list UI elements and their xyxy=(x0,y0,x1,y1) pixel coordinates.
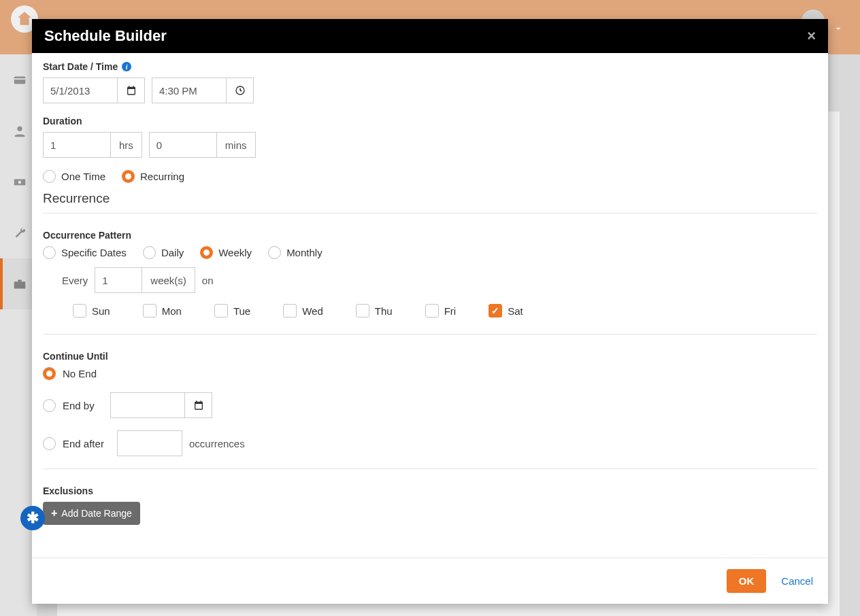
every-label: Every xyxy=(62,275,88,286)
modal-body: Start Date / Time i Duration hrs xyxy=(32,53,828,558)
day-tue-checkbox[interactable] xyxy=(214,304,228,318)
day-wed-label: Wed xyxy=(302,305,323,317)
modal-title: Schedule Builder xyxy=(44,27,167,45)
duration-hrs-input[interactable] xyxy=(43,132,111,158)
plus-icon: + xyxy=(51,507,57,519)
no-end-label: No End xyxy=(63,368,97,379)
divider xyxy=(43,334,817,335)
no-end-radio[interactable] xyxy=(43,367,56,380)
day-fri-label: Fri xyxy=(444,305,457,317)
end-after-radio[interactable] xyxy=(43,437,56,450)
start-date-time-label: Start Date / Time i xyxy=(43,61,817,72)
schedule-builder-modal: Schedule Builder × Start Date / Time i xyxy=(32,19,828,604)
calendar-icon[interactable] xyxy=(118,78,145,103)
start-date-input[interactable] xyxy=(43,78,118,103)
add-date-range-label: Add Date Range xyxy=(61,508,132,519)
day-sat-checkbox[interactable] xyxy=(489,304,502,318)
info-icon[interactable]: i xyxy=(122,62,131,71)
daily-label: Daily xyxy=(161,247,184,258)
divider xyxy=(43,468,817,469)
occurrences-label: occurrences xyxy=(189,438,245,449)
weekly-radio[interactable] xyxy=(200,246,213,259)
exclusions-label: Exclusions xyxy=(43,485,817,496)
day-thu-checkbox[interactable] xyxy=(356,304,369,318)
clock-icon[interactable] xyxy=(227,78,254,103)
day-tue-label: Tue xyxy=(233,305,250,317)
day-sun-label: Sun xyxy=(92,305,110,317)
end-after-label: End after xyxy=(63,438,110,449)
label-text: Start Date / Time xyxy=(43,61,118,72)
weeks-label: week(s) xyxy=(142,267,195,293)
one-time-radio[interactable] xyxy=(43,170,56,183)
end-by-label: End by xyxy=(63,400,103,411)
on-label: on xyxy=(202,275,214,286)
continue-until-label: Continue Until xyxy=(43,351,817,362)
every-n-input[interactable] xyxy=(95,267,142,293)
day-mon-checkbox[interactable] xyxy=(143,304,156,318)
modal-header: Schedule Builder × xyxy=(32,19,828,53)
mins-label: mins xyxy=(217,132,256,158)
recurring-label: Recurring xyxy=(140,171,184,182)
day-thu-label: Thu xyxy=(375,305,393,317)
day-sun-checkbox[interactable] xyxy=(73,304,86,318)
one-time-label: One Time xyxy=(61,171,105,182)
hrs-label: hrs xyxy=(111,132,142,158)
recurrence-heading: Recurrence xyxy=(43,191,817,206)
duration-label: Duration xyxy=(43,116,817,126)
end-by-radio[interactable] xyxy=(43,399,56,412)
day-mon-label: Mon xyxy=(162,305,182,317)
day-wed-checkbox[interactable] xyxy=(283,304,297,318)
monthly-radio[interactable] xyxy=(268,246,281,259)
divider xyxy=(43,213,817,213)
recurring-radio[interactable] xyxy=(122,170,135,183)
daily-radio[interactable] xyxy=(143,246,156,259)
day-sat-label: Sat xyxy=(508,305,523,317)
duration-mins-input[interactable] xyxy=(149,132,217,158)
start-time-input[interactable] xyxy=(152,78,227,103)
modal-footer: OK Cancel xyxy=(32,558,828,604)
day-fri-checkbox[interactable] xyxy=(425,304,439,318)
end-after-count-input[interactable] xyxy=(117,430,182,456)
ok-button[interactable]: OK xyxy=(727,569,767,593)
help-badge-icon[interactable]: ✱ xyxy=(20,506,45,530)
occurrence-pattern-label: Occurrence Pattern xyxy=(43,230,817,241)
end-by-date-input[interactable] xyxy=(110,392,185,418)
calendar-icon[interactable] xyxy=(185,392,212,418)
specific-dates-radio[interactable] xyxy=(43,246,56,259)
add-date-range-button[interactable]: + Add Date Range xyxy=(43,502,140,525)
specific-dates-label: Specific Dates xyxy=(61,247,127,258)
monthly-label: Monthly xyxy=(286,247,322,258)
close-icon[interactable]: × xyxy=(807,27,816,45)
weekly-label: Weekly xyxy=(218,247,252,258)
cancel-button[interactable]: Cancel xyxy=(781,575,813,587)
